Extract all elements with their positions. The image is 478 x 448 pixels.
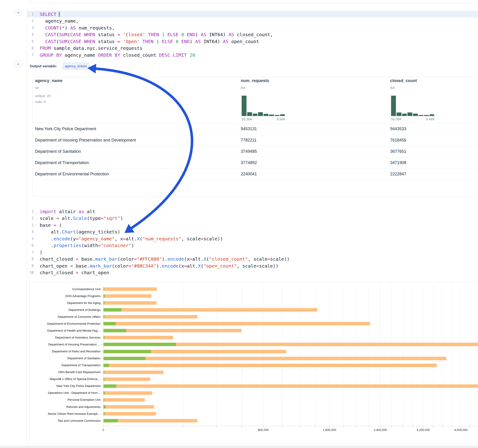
histogram-bar bbox=[408, 112, 412, 116]
bar-open bbox=[104, 371, 104, 374]
x-axis-tick bbox=[242, 426, 242, 428]
table-cell: 3774892 bbox=[241, 160, 257, 165]
y-axis-tick bbox=[101, 414, 103, 414]
y-axis-label: Operations Unit - Department of Hom… bbox=[27, 391, 101, 395]
y-axis-tick bbox=[101, 421, 103, 421]
bar-closed bbox=[104, 287, 157, 291]
y-axis-tick bbox=[101, 296, 103, 296]
code-text: chart_open = base.mark_bar(color="#8BC34… bbox=[40, 263, 278, 269]
gridline bbox=[391, 286, 392, 426]
code-text: COUNT(*) AS num_requests, bbox=[40, 25, 115, 31]
bar-closed bbox=[104, 364, 437, 367]
x-axis-tick bbox=[391, 426, 392, 428]
table-cell: 3749485 bbox=[241, 149, 257, 154]
add-cell-button-mid[interactable]: + bbox=[15, 61, 22, 68]
add-cell-button-top[interactable]: + bbox=[15, 9, 22, 16]
y-axis-label: Department of Health and Mental Hyg… bbox=[27, 329, 101, 332]
output-variable-chip[interactable]: agency_tickets bbox=[63, 63, 89, 70]
bar-open bbox=[104, 419, 118, 423]
line-number: 7 bbox=[23, 53, 34, 57]
line-number: 10 bbox=[23, 271, 34, 275]
x-axis-tick-label: 1,600,000 bbox=[323, 428, 336, 432]
gridline bbox=[470, 286, 470, 426]
code-text: agency_name, bbox=[40, 18, 79, 24]
bar-open bbox=[104, 329, 126, 332]
code-text: FROM sample_data.nyc.service_requests bbox=[40, 45, 143, 51]
bar-closed bbox=[104, 336, 173, 339]
x-axis-tick-label: 3,200,000 bbox=[416, 428, 430, 432]
results-table-card[interactable] bbox=[32, 77, 478, 196]
bar-open bbox=[104, 391, 105, 395]
y-axis-label: DHS Advantage Programs bbox=[27, 294, 101, 298]
y-axis-tick bbox=[101, 400, 103, 400]
x-axis-tick bbox=[461, 426, 461, 428]
code-text: base = ( bbox=[40, 222, 62, 228]
line-number: 3 bbox=[23, 223, 34, 227]
code-line: 6FROM sample_data.nyc.service_requests bbox=[23, 45, 478, 52]
code-text: CAST(SUM(CASE WHEN status = 'Closed' THE… bbox=[40, 32, 273, 37]
line-number: 8 bbox=[23, 257, 34, 261]
x-axis-tick-label: 800,000 bbox=[258, 428, 269, 432]
code-line: 3⌄base = ( bbox=[23, 222, 478, 228]
line-number: 5 bbox=[23, 39, 34, 44]
python-editor[interactable]: 1import altair as alt2scale = alt.Scale(… bbox=[23, 208, 478, 276]
table-cell: 7782211 bbox=[241, 138, 257, 143]
column-meta: nulls: 0 bbox=[35, 100, 46, 104]
code-text: ) bbox=[40, 249, 42, 255]
y-axis-label: New York City Police Department bbox=[27, 384, 101, 388]
code-text: .encode(y="agency_name", x=alt.X("num_re… bbox=[40, 236, 223, 242]
row-divider bbox=[32, 146, 478, 146]
gridline bbox=[263, 286, 264, 426]
histogram-baseline bbox=[391, 116, 434, 116]
sql-editor[interactable]: 1⌄SELECT 2 agency_name,3 COUNT(*) AS num… bbox=[23, 11, 478, 58]
line-number: 7 bbox=[23, 250, 34, 255]
bar-closed bbox=[104, 301, 157, 305]
x-axis-tick bbox=[103, 426, 104, 428]
bar-open bbox=[104, 384, 116, 388]
y-axis-label: Department of Environmental Protection bbox=[27, 322, 101, 325]
code-text: GROUP BY agency_name ORDER BY closed_cou… bbox=[40, 52, 195, 58]
table-cell: Department of Environmental Protection bbox=[35, 172, 109, 176]
fold-chevron-icon[interactable]: ⌄ bbox=[34, 224, 39, 227]
code-text: CAST(SUM(CASE WHEN status = 'Open' THEN … bbox=[40, 39, 259, 44]
table-cell: 2222847 bbox=[390, 172, 406, 176]
code-line: 1import altair as alt bbox=[23, 208, 478, 215]
line-number: 3 bbox=[23, 26, 34, 30]
gridline bbox=[343, 286, 343, 426]
bar-open bbox=[104, 308, 121, 311]
fold-chevron-icon[interactable]: ⌄ bbox=[34, 13, 39, 16]
bar-open bbox=[104, 294, 105, 298]
histogram-bar bbox=[258, 112, 263, 116]
gridline bbox=[423, 286, 423, 426]
bar-closed bbox=[104, 322, 370, 325]
line-number: 4 bbox=[23, 230, 34, 234]
line-number: 4 bbox=[23, 32, 34, 37]
y-axis-label: Department of Buildings bbox=[27, 308, 101, 311]
bar-closed bbox=[104, 315, 197, 318]
x-axis-tick bbox=[299, 426, 300, 428]
code-text: import altair as alt bbox=[40, 209, 95, 214]
y-axis-tick bbox=[101, 331, 103, 331]
line-number: 2 bbox=[23, 19, 34, 23]
table-cell: 2240041 bbox=[241, 172, 257, 176]
bar-open bbox=[104, 378, 104, 381]
gridline bbox=[461, 286, 461, 426]
row-divider bbox=[32, 157, 478, 157]
x-axis-tick bbox=[452, 426, 452, 428]
y-axis-label: Mayorâ€ s Office of Special Enforce… bbox=[27, 377, 101, 381]
text-cursor bbox=[59, 12, 59, 17]
y-axis-label: Correspondence Unit bbox=[27, 287, 101, 291]
page-background-strip bbox=[0, 446, 478, 448]
gridline bbox=[356, 286, 357, 426]
column-dtype: i64 bbox=[241, 86, 245, 90]
code-text: .properties(width="container") bbox=[40, 243, 134, 248]
histogram-bar bbox=[242, 96, 246, 116]
y-axis-label: Refunds and Adjustments bbox=[27, 405, 101, 409]
y-axis-tick bbox=[101, 338, 103, 338]
table-cell: 7618456 bbox=[390, 138, 406, 143]
row-divider bbox=[32, 180, 478, 180]
bar-open bbox=[104, 315, 104, 318]
column-header: num_requests bbox=[241, 78, 269, 83]
line-number: 5 bbox=[23, 237, 34, 241]
bar-closed bbox=[104, 412, 156, 416]
